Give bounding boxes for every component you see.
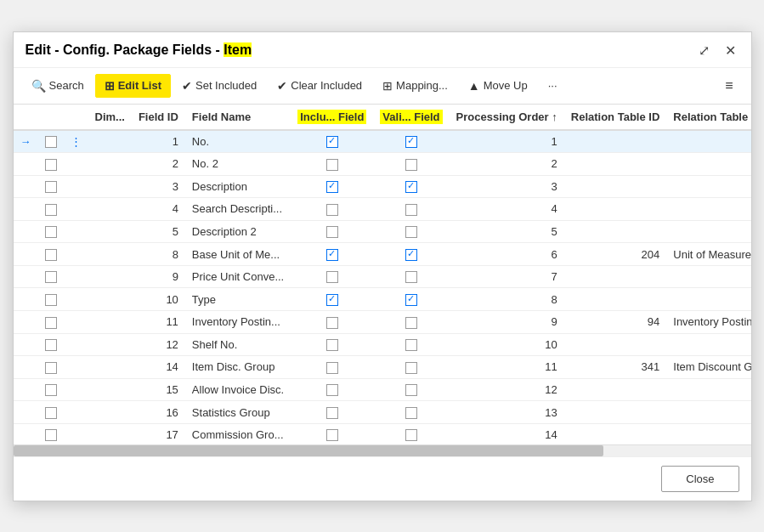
row-vali-field[interactable] — [373, 243, 449, 266]
row-vali-field[interactable] — [373, 288, 449, 311]
row-relcap — [666, 198, 750, 221]
row-fieldname: Item Disc. Group — [185, 356, 291, 379]
table-row[interactable]: 2No. 22 — [14, 153, 751, 176]
row-checkbox[interactable] — [38, 220, 64, 243]
data-table: Dim... Field ID Field Name Inclu... Fiel… — [14, 105, 751, 444]
more-button[interactable]: ··· — [539, 74, 567, 97]
expand-button[interactable]: ⤢ — [695, 41, 713, 60]
row-fieldid: 15 — [132, 378, 185, 401]
move-up-button[interactable]: ▲ Move Up — [459, 74, 537, 98]
close-dialog-button[interactable]: ✕ — [722, 41, 739, 60]
row-proc-order: 2 — [450, 153, 564, 176]
row-vali-field[interactable] — [373, 333, 449, 356]
row-checkbox[interactable] — [38, 175, 64, 198]
search-label: Search — [49, 79, 84, 92]
row-vali-field[interactable] — [373, 130, 449, 153]
row-reltbl-id: 341 — [564, 356, 667, 379]
row-reltbl-id — [564, 401, 667, 424]
row-dim — [88, 198, 132, 221]
row-incl-field[interactable] — [291, 288, 373, 311]
col-fieldname-header: Field Name — [185, 105, 291, 130]
row-dim — [88, 311, 132, 334]
set-included-button[interactable]: ✔ Set Included — [173, 74, 266, 98]
table-row[interactable]: 4Search Descripti...4 — [14, 198, 751, 221]
row-checkbox[interactable] — [38, 153, 64, 176]
row-relcap: Inventory Posting Group — [666, 311, 750, 334]
row-incl-field[interactable] — [291, 378, 373, 401]
clear-included-button[interactable]: ✔ Clear Included — [268, 74, 371, 98]
row-arrow — [14, 198, 38, 221]
close-button[interactable]: Close — [661, 466, 739, 492]
row-checkbox[interactable] — [38, 288, 64, 311]
row-vali-field[interactable] — [373, 311, 449, 334]
row-vali-field[interactable] — [373, 423, 449, 444]
col-incl-header: Inclu... Field — [291, 105, 373, 130]
clear-included-icon: ✔ — [277, 79, 287, 93]
row-fieldname: Price Unit Conve... — [185, 265, 291, 288]
table-container[interactable]: Dim... Field ID Field Name Inclu... Fiel… — [14, 105, 751, 444]
row-checkbox[interactable] — [38, 401, 64, 424]
row-incl-field[interactable] — [291, 311, 373, 334]
row-fieldid: 10 — [132, 288, 185, 311]
table-row[interactable]: 16Statistics Group13 — [14, 401, 751, 424]
edit-list-button[interactable]: ⊞ Edit List — [95, 74, 171, 98]
row-incl-field[interactable] — [291, 401, 373, 424]
row-checkbox[interactable] — [38, 243, 64, 266]
row-incl-field[interactable] — [291, 333, 373, 356]
horizontal-scrollbar[interactable] — [14, 444, 751, 456]
row-dim — [88, 175, 132, 198]
row-checkbox[interactable] — [38, 356, 64, 379]
table-row[interactable]: 9Price Unit Conve...7 — [14, 265, 751, 288]
row-checkbox[interactable] — [38, 333, 64, 356]
row-incl-field[interactable] — [291, 175, 373, 198]
row-incl-field[interactable] — [291, 265, 373, 288]
row-arrow — [14, 265, 38, 288]
row-vali-field[interactable] — [373, 175, 449, 198]
row-incl-field[interactable] — [291, 153, 373, 176]
row-incl-field[interactable] — [291, 130, 373, 153]
table-row[interactable]: 15Allow Invoice Disc.12 — [14, 378, 751, 401]
table-row[interactable]: 17Commission Gro...14 — [14, 423, 751, 444]
row-vali-field[interactable] — [373, 378, 449, 401]
search-button[interactable]: 🔍 Search — [22, 74, 93, 98]
table-row[interactable]: 12Shelf No.10 — [14, 333, 751, 356]
row-incl-field[interactable] — [291, 220, 373, 243]
row-checkbox[interactable] — [38, 198, 64, 221]
table-row[interactable]: →⋮1No.1 — [14, 130, 751, 153]
table-row[interactable]: 3Description3 — [14, 175, 751, 198]
row-vali-field[interactable] — [373, 198, 449, 221]
row-checkbox[interactable] — [38, 265, 64, 288]
title-highlight: Item — [224, 42, 252, 57]
row-vali-field[interactable] — [373, 153, 449, 176]
row-vali-field[interactable] — [373, 356, 449, 379]
row-incl-field[interactable] — [291, 423, 373, 444]
row-checkbox[interactable] — [38, 130, 64, 153]
mapping-button[interactable]: ⊞ Mapping... — [373, 74, 457, 98]
row-incl-field[interactable] — [291, 243, 373, 266]
row-checkbox[interactable] — [38, 378, 64, 401]
row-fieldid: 17 — [132, 423, 185, 444]
row-checkbox[interactable] — [38, 311, 64, 334]
row-dim — [88, 378, 132, 401]
set-included-label: Set Included — [195, 79, 257, 92]
row-dim — [88, 356, 132, 379]
row-incl-field[interactable] — [291, 356, 373, 379]
row-vali-field[interactable] — [373, 220, 449, 243]
row-menu[interactable]: ⋮ — [64, 130, 88, 153]
table-row[interactable]: 10Type8 — [14, 288, 751, 311]
table-row[interactable]: 11Inventory Postin...994Inventory Postin… — [14, 311, 751, 334]
table-row[interactable]: 5Description 25 — [14, 220, 751, 243]
row-incl-field[interactable] — [291, 198, 373, 221]
more-label: ··· — [548, 79, 557, 92]
table-row[interactable]: 8Base Unit of Me...6204Unit of Measure — [14, 243, 751, 266]
row-menu — [64, 401, 88, 424]
row-vali-field[interactable] — [373, 265, 449, 288]
dialog-title: Edit - Config. Package Fields - Item — [25, 42, 252, 58]
title-actions: ⤢ ✕ — [695, 41, 739, 60]
row-checkbox[interactable] — [38, 423, 64, 444]
row-menu — [64, 243, 88, 266]
row-vali-field[interactable] — [373, 401, 449, 424]
menu-icon-button[interactable]: ≡ — [716, 73, 742, 99]
row-dim — [88, 243, 132, 266]
table-row[interactable]: 14Item Disc. Group11341Item Discount Gro… — [14, 356, 751, 379]
